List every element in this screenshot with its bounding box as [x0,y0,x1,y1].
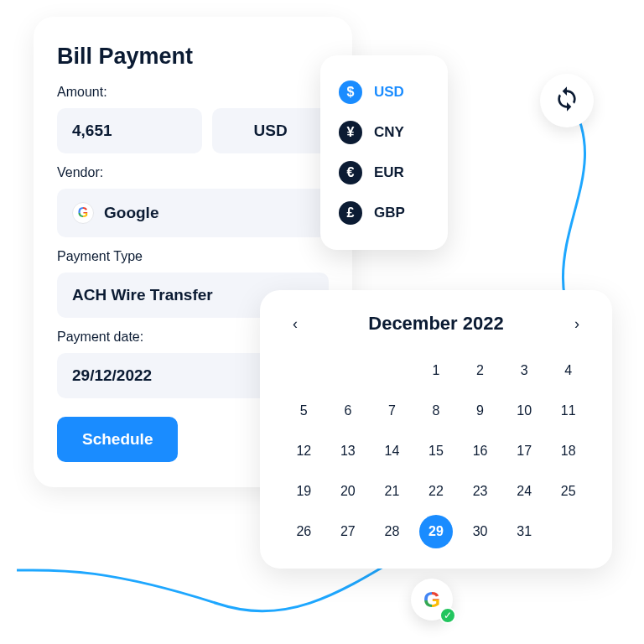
vendor-badge: G ✓ [411,579,453,621]
calendar-day[interactable]: 15 [416,434,457,468]
refresh-icon [553,86,580,116]
calendar-day[interactable]: 26 [283,515,325,548]
calendar-day[interactable]: 10 [504,394,545,428]
calendar-day-empty [283,354,325,387]
currency-symbol-icon: $ [339,80,362,104]
calendar-day[interactable]: 5 [283,394,325,428]
currency-symbol-icon: € [339,161,362,184]
currency-option-cny[interactable]: ¥CNY [337,112,431,153]
calendar-day[interactable]: 18 [548,434,589,468]
calendar-day[interactable]: 2 [460,354,501,387]
calendar-day[interactable]: 25 [548,475,589,508]
currency-code-label: CNY [374,124,404,141]
calendar-day[interactable]: 11 [548,394,589,428]
schedule-button[interactable]: Schedule [57,417,178,462]
calendar-day-empty [328,354,369,387]
currency-code-label: USD [374,84,404,101]
calendar-day[interactable]: 30 [460,515,501,548]
payment-date-value: 29/12/2022 [72,366,152,385]
vendor-label: Vendor: [57,165,329,180]
payment-type-label: Payment Type [57,249,329,264]
amount-input[interactable]: 4,651 [57,108,202,153]
currency-option-usd[interactable]: $USD [337,72,431,112]
vendor-name: Google [104,204,158,222]
calendar-day[interactable]: 24 [504,475,545,508]
calendar-day[interactable]: 28 [371,515,413,548]
calendar-grid: 1234567891011121314151617181920212223242… [283,354,589,548]
calendar-month-label: December 2022 [368,313,503,335]
vendor-select[interactable]: G Google [57,189,329,237]
calendar-day[interactable]: 8 [416,394,457,428]
currency-code-label: EUR [374,164,404,181]
chevron-left-icon: ‹ [293,315,298,333]
refresh-badge[interactable] [540,74,594,127]
currency-select[interactable]: USD [212,108,329,153]
payment-type-value: ACH Wire Transfer [72,286,213,304]
calendar-day[interactable]: 3 [504,354,545,387]
calendar-day[interactable]: 29 [419,515,453,548]
calendar-day[interactable]: 13 [328,434,369,468]
currency-code-label: GBP [374,205,405,221]
currency-option-eur[interactable]: €EUR [337,153,431,193]
chevron-right-icon: › [574,315,579,333]
currency-option-gbp[interactable]: £GBP [337,193,431,233]
calendar-day[interactable]: 14 [371,434,413,468]
calendar-day[interactable]: 1 [416,354,457,387]
calendar-day[interactable]: 21 [371,475,413,508]
amount-label: Amount: [57,85,329,100]
calendar-next-button[interactable]: › [565,312,589,335]
calendar-popover: ‹ December 2022 › 1234567891011121314151… [260,290,612,569]
calendar-day[interactable]: 6 [328,394,369,428]
currency-value: USD [254,122,288,140]
google-icon: G [72,202,94,224]
calendar-day[interactable]: 20 [328,475,369,508]
google-icon: G [423,587,440,613]
calendar-day[interactable]: 19 [283,475,325,508]
calendar-day[interactable]: 23 [460,475,501,508]
calendar-day[interactable]: 9 [460,394,501,428]
calendar-prev-button[interactable]: ‹ [283,312,307,335]
calendar-day[interactable]: 22 [416,475,457,508]
calendar-day[interactable]: 12 [283,434,325,468]
calendar-day[interactable]: 4 [548,354,589,387]
currency-symbol-icon: £ [339,201,362,225]
calendar-day[interactable]: 7 [371,394,413,428]
calendar-day[interactable]: 17 [504,434,545,468]
card-title: Bill Payment [57,44,329,70]
check-icon: ✓ [439,607,456,624]
schedule-label: Schedule [82,430,153,448]
currency-symbol-icon: ¥ [339,121,362,144]
calendar-day-empty [371,354,413,387]
amount-value: 4,651 [72,122,112,140]
currency-menu: $USD¥CNY€EUR£GBP [320,55,448,250]
calendar-day[interactable]: 27 [328,515,369,548]
calendar-day[interactable]: 31 [504,515,545,548]
calendar-day[interactable]: 16 [460,434,501,468]
